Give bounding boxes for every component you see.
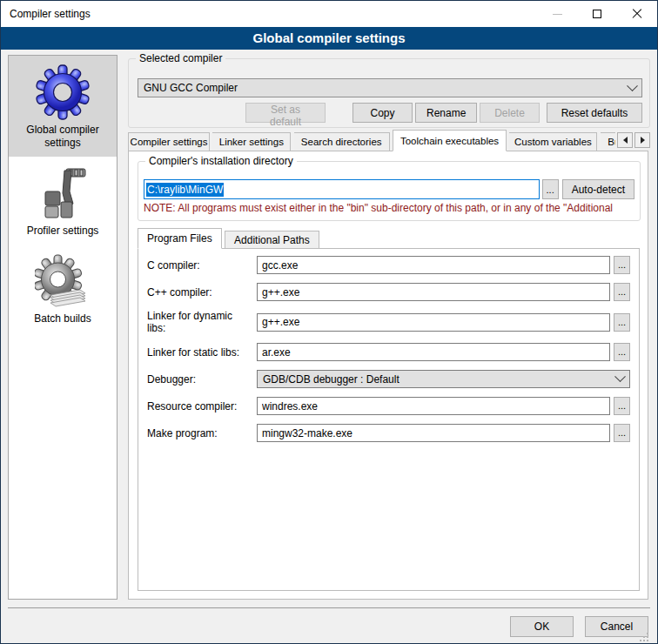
tab-build-options[interactable]: Build options bbox=[601, 132, 615, 151]
debugger-select-value: GDB/CDB debugger : Default bbox=[263, 373, 400, 386]
resource-compiler-input[interactable] bbox=[257, 397, 610, 415]
close-button[interactable] bbox=[617, 1, 657, 27]
delete-button[interactable]: Delete bbox=[480, 103, 540, 123]
tab-linker-settings[interactable]: Linker settings bbox=[212, 132, 291, 151]
rename-button[interactable]: Rename bbox=[415, 103, 477, 123]
settings-tabstrip: Compiler settings Linker settings Search… bbox=[128, 130, 650, 151]
tab-scroll-right-button[interactable] bbox=[634, 132, 650, 148]
linker-dynamic-label: Linker for dynamic libs: bbox=[147, 310, 253, 334]
copy-button[interactable]: Copy bbox=[352, 103, 413, 123]
sidebar-item-global-compiler-settings[interactable]: Global compiler settings bbox=[9, 56, 117, 157]
installation-directory-legend: Compiler's installation directory bbox=[145, 155, 297, 167]
linker-dynamic-browse-button[interactable]: ... bbox=[614, 313, 630, 332]
toolchain-executables-page: Compiler's installation directory C:\ray… bbox=[128, 151, 648, 600]
tab-scrollers bbox=[617, 132, 650, 148]
caliper-icon bbox=[35, 165, 91, 221]
selected-compiler-group: Selected compiler GNU GCC Compiler Set a… bbox=[128, 58, 650, 128]
linker-static-browse-button[interactable]: ... bbox=[614, 343, 630, 361]
sidebar-item-label: Profiler settings bbox=[27, 225, 99, 238]
resize-grip-icon[interactable] bbox=[639, 632, 649, 642]
tab-toolchain-executables[interactable]: Toolchain executables bbox=[393, 130, 507, 151]
linker-static-label: Linker for static libs: bbox=[147, 346, 239, 359]
reset-defaults-button[interactable]: Reset defaults bbox=[547, 103, 642, 123]
c-compiler-browse-button[interactable]: ... bbox=[614, 256, 630, 274]
installation-path-browse-button[interactable]: ... bbox=[542, 179, 559, 199]
tab-custom-variables[interactable]: Custom variables bbox=[509, 132, 597, 151]
installation-directory-group: Compiler's installation directory C:\ray… bbox=[138, 161, 641, 221]
resource-compiler-label: Resource compiler: bbox=[147, 400, 237, 413]
page-title: Global compiler settings bbox=[1, 27, 657, 50]
installation-path-input[interactable]: C:\raylib\MinGW bbox=[144, 179, 540, 199]
selected-compiler-legend: Selected compiler bbox=[136, 52, 225, 64]
sidebar-item-batch-builds[interactable]: Batch builds bbox=[9, 245, 117, 332]
tab-program-files[interactable]: Program Files bbox=[138, 228, 222, 249]
compiler-settings-dialog: Compiler settings Global compiler settin… bbox=[0, 0, 658, 644]
installation-path-selected-text: C:\raylib\MinGW bbox=[146, 183, 224, 197]
cpp-compiler-label: C++ compiler: bbox=[147, 286, 212, 299]
sidebar-item-label: Global compiler settings bbox=[12, 124, 113, 150]
arrow-left-icon bbox=[623, 137, 628, 144]
ok-button[interactable]: OK bbox=[510, 616, 574, 637]
c-compiler-input[interactable] bbox=[257, 256, 610, 274]
close-icon bbox=[632, 9, 642, 19]
chevron-down-icon bbox=[627, 80, 638, 91]
cpp-compiler-browse-button[interactable]: ... bbox=[614, 283, 630, 301]
main-content: Selected compiler GNU GCC Compiler Set a… bbox=[128, 51, 650, 601]
make-program-browse-button[interactable]: ... bbox=[614, 424, 630, 442]
settings-sidebar: Global compiler settings Profiler settin… bbox=[8, 55, 118, 600]
auto-detect-button[interactable]: Auto-detect bbox=[562, 179, 634, 199]
tab-scroll-left-button[interactable] bbox=[617, 132, 633, 148]
arrow-right-icon bbox=[641, 137, 645, 144]
c-compiler-label: C compiler: bbox=[147, 259, 200, 272]
linker-dynamic-input[interactable] bbox=[257, 313, 610, 332]
footer-buttons: OK Cancel bbox=[510, 616, 648, 637]
cpp-compiler-input[interactable] bbox=[257, 283, 610, 301]
window-controls bbox=[537, 1, 657, 27]
linker-static-input[interactable] bbox=[257, 343, 610, 361]
sidebar-item-label: Batch builds bbox=[34, 312, 91, 325]
tabs-viewport: Compiler settings Linker settings Search… bbox=[128, 130, 615, 151]
tab-additional-paths[interactable]: Additional Paths bbox=[225, 231, 319, 249]
debugger-select[interactable]: GDB/CDB debugger : Default bbox=[257, 370, 630, 388]
gray-gear-stack-icon bbox=[35, 253, 91, 309]
resource-compiler-browse-button[interactable]: ... bbox=[614, 397, 630, 415]
minimize-button[interactable] bbox=[537, 1, 577, 27]
sidebar-item-profiler-settings[interactable]: Profiler settings bbox=[9, 157, 117, 245]
compiler-buttons-row: Set as default Copy Rename Delete Reset … bbox=[138, 103, 642, 123]
installation-path-row: C:\raylib\MinGW ... Auto-detect bbox=[144, 179, 634, 199]
make-program-input[interactable] bbox=[257, 424, 610, 442]
debugger-label: Debugger: bbox=[147, 373, 196, 386]
chevron-down-icon bbox=[614, 371, 626, 382]
tab-search-directories[interactable]: Search directories bbox=[294, 132, 390, 151]
minimize-icon bbox=[553, 14, 562, 15]
window-title: Compiler settings bbox=[1, 8, 91, 20]
title-bar: Compiler settings bbox=[1, 1, 657, 27]
program-files-fields: C compiler: ... C++ compiler: ... Linker… bbox=[138, 249, 639, 442]
blue-gear-icon bbox=[35, 64, 91, 120]
tab-compiler-settings[interactable]: Compiler settings bbox=[128, 132, 210, 151]
maximize-icon bbox=[593, 10, 601, 18]
installation-note: NOTE: All programs must exist either in … bbox=[144, 202, 636, 214]
compiler-select-value: GNU GCC Compiler bbox=[144, 82, 238, 94]
set-as-default-button[interactable]: Set as default bbox=[245, 103, 326, 123]
program-files-page: C compiler: ... C++ compiler: ... Linker… bbox=[138, 248, 640, 591]
maximize-button[interactable] bbox=[577, 1, 617, 27]
dialog-footer: OK Cancel bbox=[8, 607, 650, 643]
make-program-label: Make program: bbox=[147, 427, 218, 439]
compiler-select[interactable]: GNU GCC Compiler bbox=[138, 78, 642, 97]
program-files-tabstrip: Program Files Additional Paths bbox=[138, 228, 319, 249]
